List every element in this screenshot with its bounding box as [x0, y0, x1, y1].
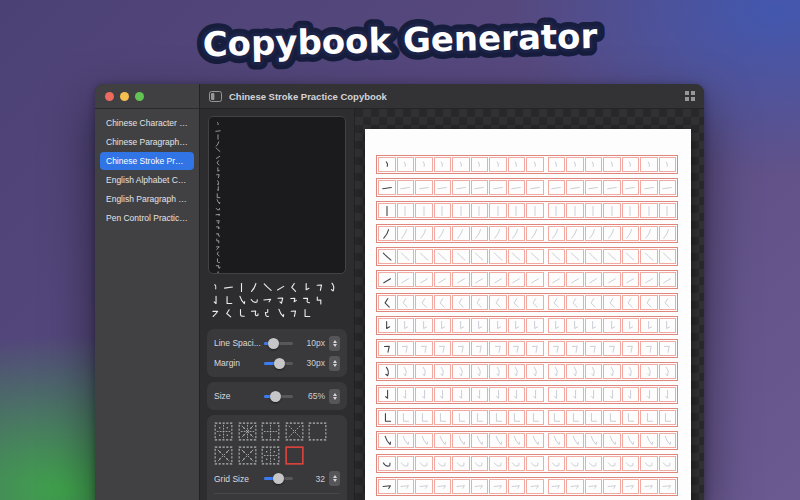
slider-thumb[interactable]	[273, 473, 284, 484]
line-spacing-slider: Line Spaci... 10px	[214, 333, 340, 353]
trace-stroke-cell	[585, 157, 603, 172]
sidebar-item[interactable]: Chinese Stroke Practic...	[100, 152, 194, 170]
trace-stroke-cell	[640, 456, 658, 471]
grid-style-plain[interactable]	[285, 446, 304, 465]
grid-style-x-dots[interactable]	[238, 446, 257, 465]
trace-stroke-cell	[452, 249, 470, 264]
grid-size-value: 32	[300, 474, 325, 484]
grid-size-stepper[interactable]	[329, 471, 340, 486]
strokes-textarea[interactable]	[208, 116, 346, 274]
trace-stroke-cell	[659, 456, 677, 471]
gallery-icon[interactable]	[685, 91, 695, 101]
slider-thumb[interactable]	[270, 391, 281, 402]
stepper-down-icon[interactable]	[333, 397, 337, 400]
close-button[interactable]	[105, 92, 114, 101]
grid-style-dots[interactable]	[214, 446, 233, 465]
trace-stroke-cell	[603, 456, 621, 471]
trace-stroke-cell	[508, 410, 526, 425]
titlebar-main-section: Chinese Stroke Practice Copybook	[200, 84, 704, 109]
stroke-row	[376, 408, 678, 427]
line-spacing-track[interactable]	[264, 342, 293, 345]
stepper-down-icon[interactable]	[333, 479, 337, 482]
margin-slider: Margin 30px	[214, 353, 340, 373]
trace-stroke-cell	[452, 456, 470, 471]
trace-stroke-cell	[548, 226, 566, 241]
trace-stroke-cell	[603, 341, 621, 356]
trace-stroke-cell	[526, 295, 544, 310]
trace-stroke-cell	[489, 387, 507, 402]
trace-stroke-cell	[526, 226, 544, 241]
slider-thumb[interactable]	[274, 358, 285, 369]
stepper-down-icon[interactable]	[333, 344, 337, 347]
trace-stroke-cell	[415, 456, 433, 471]
trace-stroke-cell	[471, 387, 489, 402]
trace-stroke-cell	[508, 341, 526, 356]
trace-stroke-cell	[397, 295, 415, 310]
trace-stroke-cell	[471, 180, 489, 195]
trace-stroke-cell	[603, 157, 621, 172]
size-stepper[interactable]	[329, 389, 340, 404]
grid-size-track[interactable]	[264, 477, 293, 480]
trace-stroke-cell	[434, 433, 452, 448]
model-stroke-cell	[378, 479, 396, 494]
trace-stroke-cell	[622, 410, 640, 425]
trace-stroke-cell	[489, 318, 507, 333]
trace-stroke-cell	[585, 479, 603, 494]
sidebar-item[interactable]: Chinese Paragraph Cop...	[100, 133, 194, 151]
trace-stroke-cell	[452, 295, 470, 310]
trace-stroke-cell	[471, 456, 489, 471]
stepper-down-icon[interactable]	[333, 364, 337, 367]
size-group: Size 65%	[207, 382, 347, 410]
stepper-up-icon[interactable]	[333, 475, 337, 478]
stepper-up-icon[interactable]	[333, 340, 337, 343]
trace-stroke-cell	[471, 249, 489, 264]
trace-stroke-cell	[659, 410, 677, 425]
trace-stroke-cell	[489, 180, 507, 195]
trace-stroke-cell	[434, 249, 452, 264]
trace-stroke-cell	[434, 180, 452, 195]
stroke-row	[376, 477, 678, 496]
minimize-button[interactable]	[120, 92, 129, 101]
trace-stroke-cell	[397, 364, 415, 379]
trace-stroke-cell	[489, 433, 507, 448]
margin-label: Margin	[214, 358, 262, 368]
sidebar-item[interactable]: English Alphabet Copyb...	[100, 171, 194, 189]
margin-stepper[interactable]	[329, 356, 340, 371]
stroke-row	[376, 178, 678, 197]
margin-track[interactable]	[264, 362, 293, 365]
grid-style-blank-dashed[interactable]	[308, 422, 327, 441]
grid-style-cross-dashed[interactable]	[261, 446, 280, 465]
sidebar-item[interactable]: English Paragraph Copy...	[100, 190, 194, 208]
grid-style-mi-dots[interactable]	[238, 422, 257, 441]
trace-stroke-cell	[397, 203, 415, 218]
trace-stroke-cell	[471, 203, 489, 218]
trace-stroke-cell	[526, 387, 544, 402]
trace-stroke-cell	[640, 295, 658, 310]
zoom-button[interactable]	[135, 92, 144, 101]
stepper-up-icon[interactable]	[333, 393, 337, 396]
trace-stroke-cell	[508, 295, 526, 310]
line-spacing-stepper[interactable]	[329, 336, 340, 351]
trace-stroke-cell	[622, 295, 640, 310]
trace-stroke-cell	[585, 295, 603, 310]
trace-stroke-cell	[452, 180, 470, 195]
trace-stroke-cell	[471, 410, 489, 425]
grid-style-tian-dots[interactable]	[214, 422, 233, 441]
grid-style-x[interactable]	[285, 422, 304, 441]
sidebar-item[interactable]: Pen Control Practice C...	[100, 209, 194, 227]
trace-stroke-cell	[603, 203, 621, 218]
trace-stroke-cell	[508, 180, 526, 195]
trace-stroke-cell	[508, 479, 526, 494]
divider	[214, 493, 340, 494]
slider-thumb[interactable]	[268, 338, 279, 349]
model-stroke-cell	[378, 295, 396, 310]
trace-stroke-cell	[566, 203, 584, 218]
trace-stroke-cell	[434, 364, 452, 379]
size-track[interactable]	[264, 395, 293, 398]
model-stroke-cell	[378, 180, 396, 195]
sidebar-item[interactable]: Chinese Character Cop...	[100, 114, 194, 132]
stroke-row	[376, 270, 678, 289]
grid-style-cross[interactable]	[261, 422, 280, 441]
sidebar-toggle-icon[interactable]	[209, 91, 222, 102]
stepper-up-icon[interactable]	[333, 360, 337, 363]
